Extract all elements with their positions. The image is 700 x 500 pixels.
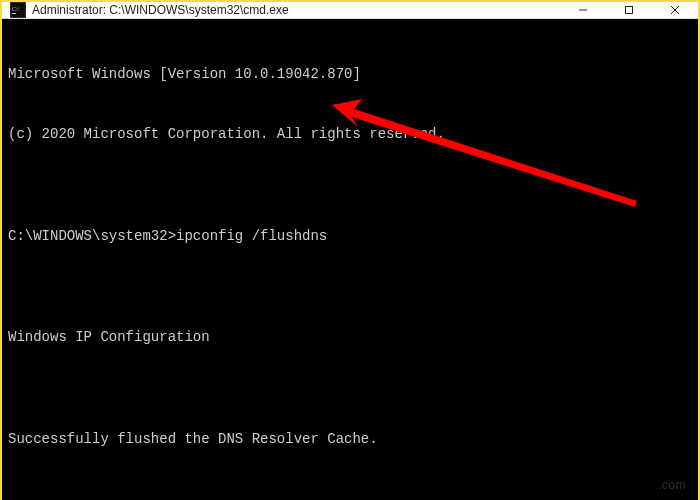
svg-rect-4 <box>626 7 633 14</box>
terminal-line: Successfully flushed the DNS Resolver Ca… <box>8 429 692 449</box>
minimize-icon <box>578 5 588 15</box>
terminal-line: Windows IP Configuration <box>8 327 692 347</box>
watermark: .com <box>658 478 686 492</box>
annotation-arrow-icon <box>332 99 642 209</box>
svg-rect-2 <box>12 13 16 14</box>
window-controls <box>560 2 698 18</box>
terminal-line: (c) 2020 Microsoft Corporation. All righ… <box>8 124 692 144</box>
terminal-line: Microsoft Windows [Version 10.0.19042.87… <box>8 64 692 84</box>
prompt-path: C:\WINDOWS\system32> <box>8 228 176 244</box>
prompt-command: ipconfig /flushdns <box>176 228 327 244</box>
titlebar[interactable]: C:\ Administrator: C:\WINDOWS\system32\c… <box>2 2 698 19</box>
svg-marker-7 <box>332 99 637 207</box>
close-button[interactable] <box>652 2 698 18</box>
cmd-window: C:\ Administrator: C:\WINDOWS\system32\c… <box>0 0 700 500</box>
terminal-prompt-line: C:\WINDOWS\system32>ipconfig /flushdns <box>8 226 692 246</box>
close-icon <box>670 5 680 15</box>
maximize-icon <box>624 5 634 15</box>
minimize-button[interactable] <box>560 2 606 18</box>
window-title: Administrator: C:\WINDOWS\system32\cmd.e… <box>32 3 560 17</box>
cmd-icon: C:\ <box>10 2 26 18</box>
maximize-button[interactable] <box>606 2 652 18</box>
svg-text:C:\: C:\ <box>12 6 20 12</box>
terminal-body[interactable]: Microsoft Windows [Version 10.0.19042.87… <box>2 19 698 500</box>
